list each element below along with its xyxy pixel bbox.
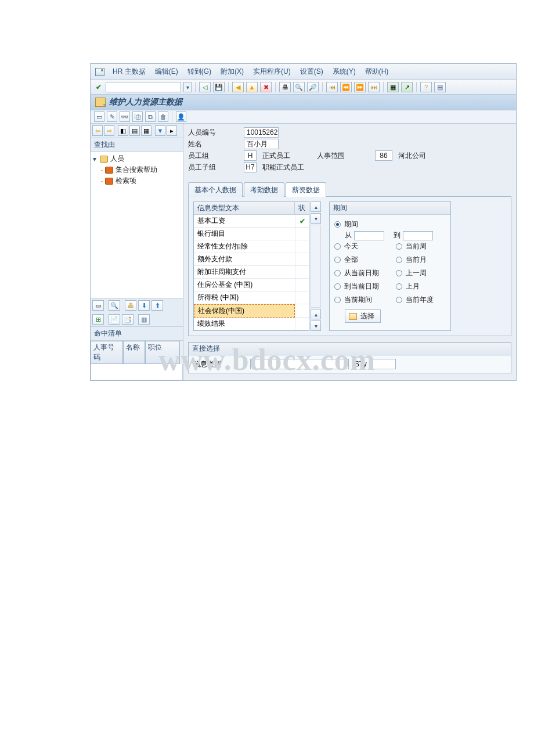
radio-cur-month[interactable]: 当前月 bbox=[396, 255, 446, 265]
scroll-up-icon[interactable]: ▴ bbox=[311, 201, 321, 212]
tree-person-node[interactable]: ▾ 人员 bbox=[93, 153, 181, 164]
print-icon[interactable]: 🖶 bbox=[279, 82, 291, 92]
command-dropdown[interactable]: ▾ bbox=[183, 82, 192, 92]
select-button-icon bbox=[349, 313, 357, 320]
exit-icon[interactable]: ▲ bbox=[246, 82, 258, 92]
select-button[interactable]: 选择 bbox=[345, 309, 381, 323]
infotype-row[interactable]: 绩效结果 bbox=[194, 318, 309, 330]
radio-period[interactable]: 期间 bbox=[334, 219, 446, 229]
radio-from-cur[interactable]: 从当前日期 bbox=[334, 268, 384, 278]
radio-last-week[interactable]: 上一周 bbox=[396, 268, 446, 278]
radio-today[interactable]: 今天 bbox=[334, 242, 384, 251]
details-icon[interactable]: ▥ bbox=[138, 314, 150, 325]
person-icon bbox=[100, 156, 108, 163]
find-next-icon[interactable]: 🔎 bbox=[307, 82, 319, 92]
change-icon[interactable]: ✎ bbox=[107, 111, 117, 122]
command-field[interactable] bbox=[106, 82, 181, 92]
enter-icon[interactable]: ✔ bbox=[94, 82, 103, 92]
menu-help[interactable]: 帮助(H) bbox=[364, 66, 390, 78]
nav-view2-icon[interactable]: ▤ bbox=[129, 125, 140, 136]
select-all-icon[interactable]: ▭ bbox=[92, 300, 104, 311]
tree-collective-search[interactable]: · 集合搜索帮助 bbox=[101, 164, 181, 175]
menu-utilities[interactable]: 实用程序(U) bbox=[252, 66, 292, 78]
tab-payroll[interactable]: 薪资数据 bbox=[286, 182, 326, 197]
copy-icon[interactable]: ⿻ bbox=[132, 111, 143, 122]
nav-prev-icon[interactable]: ⇦ bbox=[92, 125, 103, 136]
radio-icon bbox=[334, 243, 341, 250]
radio-cur-year[interactable]: 当前年度 bbox=[396, 295, 446, 305]
search-help-icon bbox=[105, 167, 113, 174]
tab-time[interactable]: 考勤数据 bbox=[244, 182, 284, 197]
nav-view1-icon[interactable]: ◧ bbox=[118, 125, 128, 136]
infotype-list: 信息类型文本 状 基本工资✔ 银行细目 经常性支付/扣除 额外支付款 附加非周期… bbox=[193, 201, 309, 331]
back2-icon[interactable]: ◀ bbox=[232, 82, 244, 92]
new-session-icon[interactable]: ▦ bbox=[387, 82, 399, 92]
infotype-scrollbar[interactable]: ▴ ▾ ▴ ▾ bbox=[311, 201, 321, 331]
radio-all[interactable]: 全部 bbox=[334, 255, 384, 265]
scroll-up2-icon[interactable]: ▴ bbox=[311, 309, 321, 319]
first-page-icon[interactable]: ⏮ bbox=[326, 82, 338, 92]
shortcut-icon[interactable]: ↗ bbox=[401, 82, 413, 92]
last-page-icon[interactable]: ⏭ bbox=[368, 82, 380, 92]
pernr-field[interactable]: 10015262 bbox=[244, 127, 279, 138]
infotype-row[interactable]: 附加非周期支付 bbox=[194, 266, 309, 279]
radio-to-cur[interactable]: 到当前日期 bbox=[334, 282, 384, 291]
app-icon[interactable] bbox=[95, 68, 104, 76]
find-icon[interactable]: 🔍 bbox=[293, 82, 305, 92]
page-title: 维护人力资源主数据 bbox=[109, 97, 182, 107]
next-page-icon[interactable]: ⏩ bbox=[354, 82, 366, 92]
tab-basic[interactable]: 基本个人数据 bbox=[188, 182, 243, 197]
find-icon[interactable]: 🔍 bbox=[109, 300, 120, 311]
radio-cur-week[interactable]: 当前周 bbox=[396, 242, 446, 251]
infotype-row[interactable]: 经常性支付/扣除 bbox=[194, 240, 309, 253]
to-date-field[interactable] bbox=[403, 231, 433, 240]
layout2-icon[interactable]: 📑 bbox=[122, 314, 134, 325]
display-icon[interactable]: 👓 bbox=[120, 111, 130, 122]
pa-code: 86 bbox=[375, 150, 392, 161]
layout-icon[interactable]: 📄 bbox=[109, 314, 120, 325]
delete-icon[interactable]: 🗑 bbox=[158, 111, 168, 122]
radio-last-month[interactable]: 上月 bbox=[396, 282, 446, 291]
infotype-row[interactable]: 银行细目 bbox=[194, 228, 309, 240]
nav-more-icon[interactable]: ▸ bbox=[167, 125, 177, 136]
left-sidebar: ⇦ ⇨ ◧ ▤ ▦ ▼ ▸ 查找由 ▾ 人员 bbox=[91, 124, 183, 380]
radio-icon bbox=[396, 297, 402, 303]
save-icon[interactable]: 💾 bbox=[213, 82, 225, 92]
scroll-down-icon[interactable]: ▾ bbox=[311, 213, 321, 224]
sort-desc-icon[interactable]: ⬆ bbox=[151, 300, 163, 311]
help-icon[interactable]: ? bbox=[420, 82, 432, 92]
sort-asc-icon[interactable]: ⬇ bbox=[138, 300, 150, 311]
create-icon[interactable]: ▭ bbox=[94, 111, 104, 122]
caret-icon: ▾ bbox=[93, 155, 98, 163]
nav-filter-icon[interactable]: ▼ bbox=[155, 125, 165, 136]
menu-settings[interactable]: 设置(S) bbox=[299, 66, 324, 78]
print-icon[interactable]: 🖶 bbox=[125, 300, 136, 311]
watermark-text: www.bdocx.com bbox=[0, 343, 534, 377]
titlebar: 维护人力资源主数据 bbox=[91, 95, 516, 110]
radio-cur-period[interactable]: 当前期间 bbox=[334, 295, 384, 305]
export-icon[interactable]: ⊞ bbox=[92, 314, 104, 325]
infotype-row-selected[interactable]: 社会保险(中国) bbox=[194, 304, 309, 318]
infotype-row[interactable]: 住房公基金 (中国) bbox=[194, 279, 309, 291]
infotype-row[interactable]: 所得税 (中国) bbox=[194, 291, 309, 304]
infotype-hdr-text: 信息类型文本 bbox=[194, 202, 295, 215]
back-icon[interactable]: ◁ bbox=[199, 82, 211, 92]
menu-goto[interactable]: 转到(G) bbox=[186, 66, 212, 78]
menu-extras[interactable]: 附加(X) bbox=[219, 66, 245, 78]
scroll-down2-icon[interactable]: ▾ bbox=[311, 321, 321, 331]
tree-search-term[interactable]: · 检索项 bbox=[101, 175, 181, 186]
prev-page-icon[interactable]: ⏪ bbox=[340, 82, 352, 92]
overview-icon[interactable]: 👤 bbox=[176, 111, 186, 122]
infotype-row[interactable]: 额外支付款 bbox=[194, 253, 309, 266]
nav-next-icon[interactable]: ⇨ bbox=[104, 125, 114, 136]
menu-hr-master[interactable]: HR 主数据 bbox=[111, 66, 147, 78]
from-date-field[interactable] bbox=[354, 231, 384, 240]
delimit-icon[interactable]: ⧉ bbox=[145, 111, 156, 122]
menu-edit[interactable]: 编辑(E) bbox=[154, 66, 179, 78]
cancel-icon[interactable]: ✖ bbox=[260, 82, 272, 92]
infotype-row[interactable]: 基本工资✔ bbox=[194, 215, 309, 228]
menu-system[interactable]: 系统(Y) bbox=[331, 66, 357, 78]
radio-icon bbox=[334, 221, 341, 228]
layout-icon[interactable]: ▤ bbox=[434, 82, 446, 92]
nav-view3-icon[interactable]: ▦ bbox=[141, 125, 151, 136]
